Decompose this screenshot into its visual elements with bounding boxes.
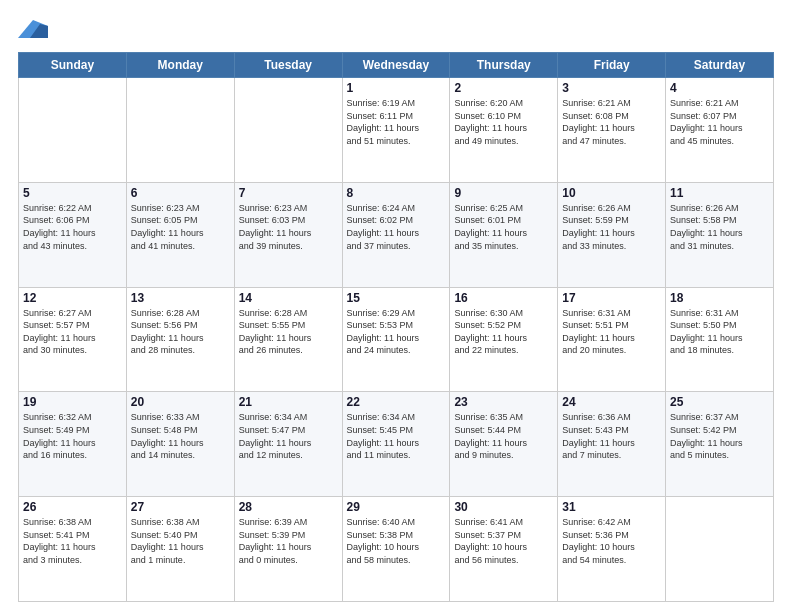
day-info: Sunrise: 6:39 AM Sunset: 5:39 PM Dayligh… [239,516,338,566]
calendar-cell: 30Sunrise: 6:41 AM Sunset: 5:37 PM Dayli… [450,497,558,602]
calendar-week-2: 12Sunrise: 6:27 AM Sunset: 5:57 PM Dayli… [19,287,774,392]
day-info: Sunrise: 6:30 AM Sunset: 5:52 PM Dayligh… [454,307,553,357]
calendar-cell: 27Sunrise: 6:38 AM Sunset: 5:40 PM Dayli… [126,497,234,602]
day-info: Sunrise: 6:34 AM Sunset: 5:47 PM Dayligh… [239,411,338,461]
calendar-cell: 26Sunrise: 6:38 AM Sunset: 5:41 PM Dayli… [19,497,127,602]
day-info: Sunrise: 6:28 AM Sunset: 5:55 PM Dayligh… [239,307,338,357]
calendar-cell [234,78,342,183]
calendar-cell: 11Sunrise: 6:26 AM Sunset: 5:58 PM Dayli… [666,182,774,287]
day-number: 27 [131,500,230,514]
day-info: Sunrise: 6:21 AM Sunset: 6:07 PM Dayligh… [670,97,769,147]
calendar-cell: 28Sunrise: 6:39 AM Sunset: 5:39 PM Dayli… [234,497,342,602]
calendar-cell: 12Sunrise: 6:27 AM Sunset: 5:57 PM Dayli… [19,287,127,392]
day-info: Sunrise: 6:33 AM Sunset: 5:48 PM Dayligh… [131,411,230,461]
header [18,18,774,42]
day-info: Sunrise: 6:42 AM Sunset: 5:36 PM Dayligh… [562,516,661,566]
calendar-cell: 13Sunrise: 6:28 AM Sunset: 5:56 PM Dayli… [126,287,234,392]
calendar-cell: 10Sunrise: 6:26 AM Sunset: 5:59 PM Dayli… [558,182,666,287]
day-number: 8 [347,186,446,200]
calendar-cell: 9Sunrise: 6:25 AM Sunset: 6:01 PM Daylig… [450,182,558,287]
day-number: 29 [347,500,446,514]
day-number: 12 [23,291,122,305]
day-number: 21 [239,395,338,409]
day-info: Sunrise: 6:29 AM Sunset: 5:53 PM Dayligh… [347,307,446,357]
day-number: 31 [562,500,661,514]
calendar-cell: 4Sunrise: 6:21 AM Sunset: 6:07 PM Daylig… [666,78,774,183]
day-info: Sunrise: 6:26 AM Sunset: 5:58 PM Dayligh… [670,202,769,252]
calendar-cell: 5Sunrise: 6:22 AM Sunset: 6:06 PM Daylig… [19,182,127,287]
calendar-cell: 15Sunrise: 6:29 AM Sunset: 5:53 PM Dayli… [342,287,450,392]
calendar-cell: 20Sunrise: 6:33 AM Sunset: 5:48 PM Dayli… [126,392,234,497]
day-number: 26 [23,500,122,514]
calendar-cell: 3Sunrise: 6:21 AM Sunset: 6:08 PM Daylig… [558,78,666,183]
calendar-week-0: 1Sunrise: 6:19 AM Sunset: 6:11 PM Daylig… [19,78,774,183]
day-number: 3 [562,81,661,95]
calendar-cell: 2Sunrise: 6:20 AM Sunset: 6:10 PM Daylig… [450,78,558,183]
day-info: Sunrise: 6:37 AM Sunset: 5:42 PM Dayligh… [670,411,769,461]
weekday-header-thursday: Thursday [450,53,558,78]
calendar-cell: 1Sunrise: 6:19 AM Sunset: 6:11 PM Daylig… [342,78,450,183]
day-number: 15 [347,291,446,305]
weekday-header-monday: Monday [126,53,234,78]
day-number: 28 [239,500,338,514]
day-number: 1 [347,81,446,95]
calendar-table: SundayMondayTuesdayWednesdayThursdayFrid… [18,52,774,602]
day-number: 5 [23,186,122,200]
calendar-cell [19,78,127,183]
calendar-cell: 14Sunrise: 6:28 AM Sunset: 5:55 PM Dayli… [234,287,342,392]
day-number: 6 [131,186,230,200]
calendar-week-1: 5Sunrise: 6:22 AM Sunset: 6:06 PM Daylig… [19,182,774,287]
calendar-cell: 31Sunrise: 6:42 AM Sunset: 5:36 PM Dayli… [558,497,666,602]
day-number: 17 [562,291,661,305]
page: SundayMondayTuesdayWednesdayThursdayFrid… [0,0,792,612]
day-info: Sunrise: 6:24 AM Sunset: 6:02 PM Dayligh… [347,202,446,252]
day-info: Sunrise: 6:23 AM Sunset: 6:05 PM Dayligh… [131,202,230,252]
calendar-cell: 18Sunrise: 6:31 AM Sunset: 5:50 PM Dayli… [666,287,774,392]
day-info: Sunrise: 6:22 AM Sunset: 6:06 PM Dayligh… [23,202,122,252]
day-number: 4 [670,81,769,95]
day-number: 24 [562,395,661,409]
day-number: 13 [131,291,230,305]
day-info: Sunrise: 6:19 AM Sunset: 6:11 PM Dayligh… [347,97,446,147]
day-info: Sunrise: 6:28 AM Sunset: 5:56 PM Dayligh… [131,307,230,357]
day-number: 11 [670,186,769,200]
day-info: Sunrise: 6:40 AM Sunset: 5:38 PM Dayligh… [347,516,446,566]
day-info: Sunrise: 6:38 AM Sunset: 5:40 PM Dayligh… [131,516,230,566]
calendar-cell: 21Sunrise: 6:34 AM Sunset: 5:47 PM Dayli… [234,392,342,497]
calendar-cell [126,78,234,183]
calendar-cell [666,497,774,602]
weekday-header-saturday: Saturday [666,53,774,78]
weekday-header-sunday: Sunday [19,53,127,78]
calendar-cell: 24Sunrise: 6:36 AM Sunset: 5:43 PM Dayli… [558,392,666,497]
day-number: 25 [670,395,769,409]
weekday-header-friday: Friday [558,53,666,78]
day-info: Sunrise: 6:35 AM Sunset: 5:44 PM Dayligh… [454,411,553,461]
calendar-week-4: 26Sunrise: 6:38 AM Sunset: 5:41 PM Dayli… [19,497,774,602]
day-info: Sunrise: 6:26 AM Sunset: 5:59 PM Dayligh… [562,202,661,252]
calendar-cell: 29Sunrise: 6:40 AM Sunset: 5:38 PM Dayli… [342,497,450,602]
calendar-cell: 6Sunrise: 6:23 AM Sunset: 6:05 PM Daylig… [126,182,234,287]
day-info: Sunrise: 6:38 AM Sunset: 5:41 PM Dayligh… [23,516,122,566]
calendar-cell: 8Sunrise: 6:24 AM Sunset: 6:02 PM Daylig… [342,182,450,287]
day-number: 9 [454,186,553,200]
day-number: 30 [454,500,553,514]
calendar-cell: 17Sunrise: 6:31 AM Sunset: 5:51 PM Dayli… [558,287,666,392]
weekday-header-wednesday: Wednesday [342,53,450,78]
weekday-header-row: SundayMondayTuesdayWednesdayThursdayFrid… [19,53,774,78]
day-number: 20 [131,395,230,409]
day-info: Sunrise: 6:36 AM Sunset: 5:43 PM Dayligh… [562,411,661,461]
day-info: Sunrise: 6:27 AM Sunset: 5:57 PM Dayligh… [23,307,122,357]
day-number: 19 [23,395,122,409]
weekday-header-tuesday: Tuesday [234,53,342,78]
day-number: 2 [454,81,553,95]
day-info: Sunrise: 6:31 AM Sunset: 5:50 PM Dayligh… [670,307,769,357]
calendar-week-3: 19Sunrise: 6:32 AM Sunset: 5:49 PM Dayli… [19,392,774,497]
calendar-cell: 23Sunrise: 6:35 AM Sunset: 5:44 PM Dayli… [450,392,558,497]
day-info: Sunrise: 6:32 AM Sunset: 5:49 PM Dayligh… [23,411,122,461]
day-number: 18 [670,291,769,305]
day-number: 16 [454,291,553,305]
calendar-cell: 7Sunrise: 6:23 AM Sunset: 6:03 PM Daylig… [234,182,342,287]
day-number: 7 [239,186,338,200]
day-info: Sunrise: 6:21 AM Sunset: 6:08 PM Dayligh… [562,97,661,147]
day-info: Sunrise: 6:34 AM Sunset: 5:45 PM Dayligh… [347,411,446,461]
